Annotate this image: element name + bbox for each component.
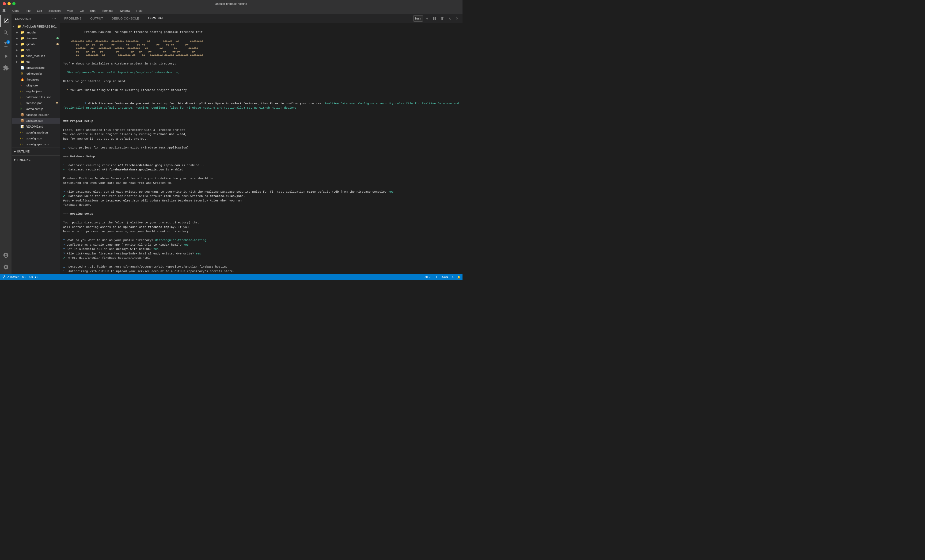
- tab-debug-console[interactable]: DEBUG CONSOLE: [107, 14, 143, 23]
- tl-blank9: [63, 150, 459, 154]
- tl-blank8: [63, 141, 459, 146]
- gitignore-icon: ⑂: [20, 83, 25, 87]
- minimize-button[interactable]: [8, 2, 11, 5]
- angular-folder-name: .angular: [26, 31, 60, 34]
- info-status[interactable]: ℹ 0: [35, 275, 38, 278]
- tsconfig-spec-file[interactable]: ▶ {} tsconfig.spec.json: [12, 141, 60, 147]
- karma-file[interactable]: ▶ K karma.conf.js: [12, 106, 60, 112]
- firebaserc-file[interactable]: ▶ 🔥 .firebaserc: [12, 77, 60, 83]
- tl-blank3: [63, 75, 459, 80]
- notifications-button[interactable]: 🔔: [457, 275, 460, 278]
- sidebar: Explorer ⋯ ▾ 📁 ANGULAR-FIREBASE-HO... ▶ …: [12, 14, 60, 274]
- tl-firebase-deploy: firebase deploy.: [63, 203, 459, 207]
- gitignore-file[interactable]: ▶ ⑂ .gitignore: [12, 83, 60, 88]
- tl-blank6: [63, 114, 459, 119]
- warnings-status[interactable]: ⚠ 0: [29, 275, 33, 278]
- menu-help[interactable]: Help: [136, 9, 144, 13]
- firebase-json-name: firebase.json: [26, 101, 56, 105]
- tsconfig-file[interactable]: ▶ {} tsconfig.json: [12, 135, 60, 141]
- new-file-icon[interactable]: ⋯: [52, 16, 57, 21]
- close-panel-button[interactable]: ✕: [454, 15, 460, 22]
- tl-overwrite-q: ? File database.rules.json already exist…: [63, 190, 459, 194]
- chevron-up-button[interactable]: ∧: [446, 15, 453, 22]
- package-lock-icon: 📦: [20, 113, 25, 117]
- status-bar: ⎇ master* ⊗ 0 ⚠ 0 ℹ 0 UTF-8 LF JSON: [0, 274, 462, 280]
- source-control-activity-icon[interactable]: 5: [0, 39, 12, 50]
- editorconfig-file[interactable]: ▶ ⚙ .editorconfig: [12, 71, 60, 77]
- database-rules-file[interactable]: ▶ {} database.rules.json: [12, 94, 60, 100]
- tl-db-ensuring: i database: ensuring required API fireba…: [63, 163, 459, 168]
- node-modules-folder[interactable]: ▶ 📁 node_modules: [12, 53, 60, 59]
- menu-selection[interactable]: Selection: [47, 9, 62, 13]
- tab-output[interactable]: OUTPUT: [86, 14, 107, 23]
- readme-file[interactable]: ▶ 📝 README.md: [12, 123, 60, 129]
- angular-folder-icon: 📁: [20, 30, 25, 34]
- encoding-status[interactable]: UTF-8: [424, 275, 431, 278]
- new-terminal-button[interactable]: bash: [413, 15, 423, 22]
- terminal-content[interactable]: Pranams-MacBook-Pro:angular-firebase-hos…: [60, 23, 462, 274]
- outline-header[interactable]: ▶ OUTLINE: [12, 149, 60, 154]
- maximize-button[interactable]: [12, 2, 15, 5]
- firebase-folder[interactable]: ▶ 📁 .firebase: [12, 35, 60, 41]
- tab-terminal[interactable]: TERMINAL: [143, 14, 168, 23]
- warnings-count: ⚠ 0: [29, 275, 33, 278]
- ascii-art-5: ## ######## ## ######## ## ## ######## #…: [63, 54, 459, 57]
- outline-section: ▶ OUTLINE: [12, 147, 60, 155]
- menu-terminal[interactable]: Terminal: [101, 9, 114, 13]
- explorer-activity-icon[interactable]: [0, 15, 12, 27]
- add-terminal-button[interactable]: +: [424, 15, 430, 22]
- title-bar: angular-firebase-hosting: [0, 0, 462, 8]
- errors-status[interactable]: ⊗ 0: [22, 275, 26, 278]
- trash-terminal-button[interactable]: [439, 15, 445, 22]
- search-activity-icon[interactable]: [0, 27, 12, 39]
- timeline-label: TIMELINE: [17, 158, 31, 161]
- angular-json-file[interactable]: ▶ {} angular.json: [12, 88, 60, 94]
- tl-init-msg: You're about to initialize a Firebase pr…: [63, 62, 459, 66]
- branch-status[interactable]: ⎇ master*: [2, 275, 20, 278]
- package-json-name: package.json: [26, 119, 60, 122]
- menu-view[interactable]: View: [66, 9, 74, 13]
- menu-code[interactable]: Code: [11, 9, 20, 13]
- feedback-button[interactable]: ☺: [451, 275, 454, 278]
- root-arrow: ▾: [13, 25, 17, 28]
- timeline-header[interactable]: ▶ TIMELINE: [12, 157, 60, 163]
- apple-menu[interactable]: ⌘: [2, 9, 6, 13]
- menu-file[interactable]: File: [25, 9, 32, 13]
- menu-window[interactable]: Window: [118, 9, 131, 13]
- package-lock-file[interactable]: ▶ 📦 package-lock.json: [12, 112, 60, 118]
- menu-go[interactable]: Go: [79, 9, 85, 13]
- menu-run[interactable]: Run: [89, 9, 96, 13]
- terminal-panel: Pranams-MacBook-Pro:angular-firebase-hos…: [60, 23, 462, 274]
- root-folder[interactable]: ▾ 📁 ANGULAR-FIREBASE-HO...: [12, 24, 60, 29]
- tl-assoc3: but for now we'll just set up a default …: [63, 137, 459, 141]
- sidebar-header-icons: ⋯: [52, 16, 57, 21]
- github-folder[interactable]: ▶ 📁 .github: [12, 41, 60, 47]
- menu-edit[interactable]: Edit: [36, 9, 43, 13]
- line-ending-status[interactable]: LF: [434, 275, 438, 278]
- split-terminal-button[interactable]: [431, 15, 438, 22]
- package-lock-name: package-lock.json: [26, 113, 60, 116]
- extensions-activity-icon[interactable]: [0, 62, 12, 74]
- angular-folder[interactable]: ▶ 📁 .angular: [12, 29, 60, 35]
- account-activity-icon[interactable]: [0, 249, 12, 261]
- dist-folder[interactable]: ▶ 📁 dist: [12, 47, 60, 53]
- tl-blank2: [63, 66, 459, 71]
- tl-hosting-setup: === Hosting Setup: [63, 212, 459, 216]
- outline-label: OUTLINE: [17, 150, 30, 153]
- editor-area: PROBLEMS OUTPUT DEBUG CONSOLE TERMINAL b…: [60, 14, 462, 274]
- tl-db-enabled: ✔ database: required API firebasedatabas…: [63, 167, 459, 172]
- browserslistrc-file[interactable]: ▶ 📄 .browserslistrc: [12, 65, 60, 71]
- close-button[interactable]: [3, 2, 6, 5]
- package-json-file[interactable]: ▶ 📦 package.json: [12, 118, 60, 123]
- src-folder[interactable]: ▶ 📁 src: [12, 59, 60, 65]
- karma-name: karma.conf.js: [26, 107, 60, 110]
- settings-activity-icon[interactable]: [0, 261, 12, 273]
- language-status[interactable]: JSON: [441, 275, 448, 278]
- tsconfig-name: tsconfig.json: [26, 137, 60, 140]
- run-activity-icon[interactable]: [0, 50, 12, 62]
- tab-problems[interactable]: PROBLEMS: [60, 14, 86, 23]
- dist-folder-icon: 📁: [20, 48, 25, 52]
- tsconfig-app-file[interactable]: ▶ {} tsconfig.app.json: [12, 129, 60, 135]
- firebase-json-file[interactable]: ▶ {} firebase.json M: [12, 100, 60, 106]
- status-left: ⎇ master* ⊗ 0 ⚠ 0 ℹ 0: [2, 275, 38, 278]
